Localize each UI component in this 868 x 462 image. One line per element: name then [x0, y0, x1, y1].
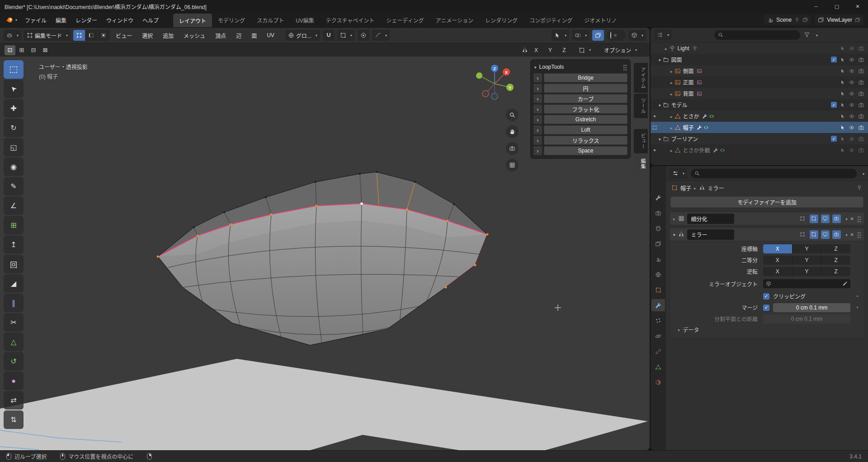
looptools-space-button[interactable]: Space [544, 146, 627, 155]
expand-icon[interactable] [670, 147, 673, 153]
flip-z-button[interactable]: Z [821, 267, 850, 276]
drag-grip-icon[interactable] [623, 64, 627, 71]
outliner-row-tosaka-outer[interactable]: とさか外観 [651, 144, 868, 156]
looptools-circle-button[interactable]: 円 [544, 84, 627, 93]
sidebar-tab-item[interactable]: アイテム [634, 63, 648, 93]
minimize-icon[interactable] [806, 0, 826, 13]
shading-options-dropdown[interactable] [628, 30, 646, 41]
sidebar-tab-view[interactable]: ビュー [634, 129, 648, 153]
tool-box-select[interactable] [4, 60, 24, 79]
menu-file[interactable]: ファイル [20, 13, 51, 27]
modifier-drag-grip[interactable] [857, 215, 861, 222]
zoom-view-button[interactable] [506, 109, 519, 121]
tab-render[interactable] [651, 207, 665, 219]
eyedropper-icon[interactable] [842, 281, 848, 286]
select-extend-button[interactable]: ⊞ [16, 45, 27, 55]
outliner-search[interactable] [714, 30, 800, 40]
modifier-mirror-header[interactable]: ミラー [670, 228, 864, 241]
tool-edge-slide[interactable]: ⇄ [4, 391, 24, 410]
selectable-icon[interactable] [840, 125, 845, 130]
space-options-button[interactable] [533, 146, 542, 155]
outliner-row-model-collection[interactable]: モデル [651, 99, 868, 110]
tool-extrude-region[interactable]: ↥ [4, 235, 24, 254]
render-camera-icon[interactable] [858, 90, 864, 97]
data-subpanel-label[interactable]: データ [683, 326, 699, 333]
render-camera-icon[interactable] [858, 113, 864, 119]
workspace-tab-layout[interactable]: レイアウト [173, 14, 212, 27]
navigation-gizmo[interactable]: Z X Y [474, 61, 515, 103]
ground-object[interactable] [0, 359, 648, 450]
menu-window[interactable]: ウィンドウ [102, 13, 138, 27]
render-camera-icon[interactable] [858, 102, 864, 108]
hide-eye-icon[interactable] [849, 90, 855, 97]
hide-eye-icon[interactable] [849, 147, 855, 153]
collection-checkbox[interactable] [831, 57, 837, 62]
tool-transform[interactable]: ◉ [4, 157, 24, 176]
menu-view[interactable]: ビュー [112, 32, 136, 39]
outliner-row-boolean-collection[interactable]: ブーリアン [651, 133, 868, 144]
sidebar-tab-tool[interactable]: ツール [634, 94, 648, 118]
outliner-row-light[interactable]: Light [651, 43, 868, 54]
relax-options-button[interactable] [533, 136, 542, 145]
loft-options-button[interactable] [533, 125, 542, 134]
xray-toggle[interactable] [592, 30, 604, 41]
selectable-icon[interactable] [840, 91, 845, 96]
gizmo-axis-z-neg[interactable] [491, 93, 498, 100]
mode-selector[interactable]: 編集モード [24, 30, 71, 41]
blender-menu-button[interactable] [3, 13, 20, 27]
outliner-row-tosaka[interactable]: とさか [651, 110, 868, 122]
tool-measure[interactable]: ∠ [4, 196, 24, 215]
hide-eye-icon[interactable] [849, 113, 855, 119]
expand-icon[interactable] [673, 215, 675, 222]
view-layer-selector[interactable]: ViewLayer [815, 15, 863, 25]
bisect-distance-field[interactable]: 0 cm 0.1 mm [763, 314, 850, 324]
expand-icon[interactable] [670, 124, 673, 131]
mirror-y-toggle[interactable]: Y [544, 45, 556, 55]
tab-material[interactable] [651, 376, 665, 388]
render-camera-icon[interactable] [858, 124, 864, 131]
gizmo-axis-y-neg[interactable] [476, 72, 482, 79]
modifier-drag-grip[interactable] [857, 231, 861, 238]
display-render-toggle[interactable] [832, 214, 841, 223]
modifier-extras-icon[interactable] [844, 231, 848, 238]
mirror-object-field[interactable] [763, 279, 850, 288]
properties-options-icon[interactable] [860, 170, 864, 176]
workspace-tab-uv[interactable]: UV編集 [290, 13, 320, 27]
selectable-icon[interactable] [840, 102, 845, 108]
selectable-icon[interactable] [840, 148, 845, 153]
flip-y-button[interactable]: Y [793, 267, 821, 276]
workspace-tab-modeling[interactable]: モデリング [212, 13, 251, 27]
bisect-z-button[interactable]: Z [821, 256, 850, 265]
outliner-options-icon[interactable] [814, 32, 818, 38]
selectable-icon[interactable] [840, 68, 845, 74]
edge-select-button[interactable] [85, 30, 97, 41]
render-camera-icon[interactable] [858, 57, 864, 63]
display-on-cage-toggle[interactable] [798, 230, 807, 239]
hide-eye-icon[interactable] [849, 45, 855, 52]
looptools-curve-button[interactable]: カーブ [544, 94, 627, 103]
modifier-delete-icon[interactable] [850, 231, 854, 238]
expand-icon[interactable] [670, 90, 673, 97]
tab-constraints[interactable] [651, 345, 665, 357]
select-subtract-button[interactable]: ⊟ [28, 45, 39, 55]
flip-x-button[interactable]: X [763, 267, 792, 276]
select-intersect-button[interactable]: ⊠ [40, 45, 51, 55]
tool-knife[interactable]: ✂ [4, 313, 24, 332]
tab-object[interactable] [651, 284, 665, 296]
clipping-checkbox[interactable] [763, 293, 769, 300]
modifier-name-field[interactable]: 細分化 [687, 214, 734, 224]
maximize-icon[interactable] [826, 0, 847, 13]
proportional-edit-toggle[interactable] [358, 30, 369, 41]
tool-rotate[interactable]: ↻ [4, 119, 24, 137]
add-modifier-button[interactable]: モディファイアーを追加 [670, 196, 863, 208]
bisect-x-button[interactable]: X [763, 256, 792, 265]
snap-target-dropdown[interactable] [337, 30, 355, 41]
hide-eye-icon[interactable] [849, 79, 855, 86]
close-icon[interactable] [847, 0, 868, 13]
tab-view-layer[interactable] [651, 238, 665, 250]
display-realtime-toggle[interactable] [821, 214, 830, 223]
hide-eye-icon[interactable] [849, 124, 855, 131]
filter-icon[interactable] [804, 32, 810, 38]
tab-output[interactable] [651, 222, 665, 234]
render-camera-icon[interactable] [858, 68, 864, 74]
